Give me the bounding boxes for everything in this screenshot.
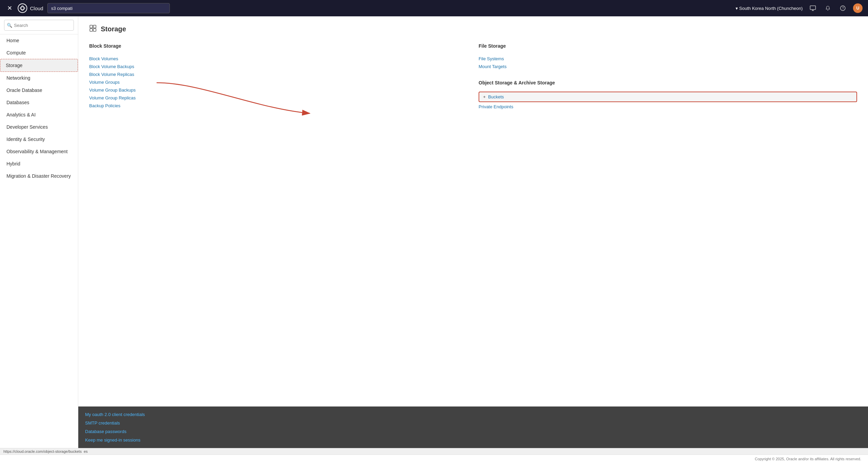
link-private-endpoints[interactable]: Private Endpoints (479, 103, 857, 111)
link-sessions[interactable]: Keep me signed-in sessions (85, 437, 861, 443)
link-file-systems[interactable]: File Systems (479, 55, 857, 63)
sidebar-item-developer-services[interactable]: Developer Services (0, 121, 78, 133)
bottom-panel: My oauth 2.0 client credentials SMTP cre… (78, 406, 868, 448)
sidebar-nav: Home Compute Storage Networking Oracle D… (0, 34, 78, 448)
main-content: Storage Block Storage Block Volumes Bloc… (78, 16, 868, 406)
topbar-right: ▾ South Korea North (Chuncheon) ? U (736, 3, 863, 13)
link-buckets[interactable]: Buckets (488, 94, 504, 99)
storage-grid: Block Storage Block Volumes Block Volume… (89, 43, 857, 111)
search-icon: 🔍 (7, 23, 12, 28)
sidebar-item-observability[interactable]: Observability & Management (0, 145, 78, 158)
link-buckets-highlighted[interactable]: ✦ Buckets (479, 92, 857, 102)
bell-icon[interactable] (823, 3, 833, 13)
logo-icon (18, 3, 27, 13)
url-suffix: es (84, 449, 88, 453)
region-text: South Korea North (Chuncheon) (739, 6, 803, 11)
url-text: https://cloud.oracle.com/object-storage/… (3, 449, 82, 453)
sidebar-item-migration[interactable]: Migration & Disaster Recovery (0, 170, 78, 182)
svg-rect-7 (90, 25, 93, 28)
object-storage-section: Object Storage & Archive Storage ✦ Bucke… (479, 80, 857, 111)
storage-icon (89, 25, 97, 34)
file-storage-title: File Storage (479, 43, 857, 50)
link-oauth[interactable]: My oauth 2.0 client credentials (85, 412, 861, 417)
link-volume-group-backups[interactable]: Volume Group Backups (89, 86, 468, 94)
sidebar-search-input[interactable] (4, 20, 74, 31)
sidebar-item-hybrid[interactable]: Hybrid (0, 158, 78, 170)
main-layout: 🔍 Home Compute Storage Networking Oracle… (0, 16, 868, 448)
block-storage-section: Block Storage Block Volumes Block Volume… (89, 43, 468, 111)
sidebar-search-wrapper: 🔍 (4, 20, 74, 31)
svg-rect-10 (93, 29, 96, 31)
sidebar-item-identity-security[interactable]: Identity & Security (0, 133, 78, 145)
svg-point-1 (21, 6, 24, 11)
pin-icon: ✦ (483, 95, 486, 99)
help-icon[interactable]: ? (838, 3, 848, 13)
sidebar-item-networking[interactable]: Networking (0, 72, 78, 84)
sidebar-item-databases[interactable]: Databases (0, 96, 78, 109)
close-button[interactable]: ✕ (5, 4, 14, 12)
sidebar-item-home[interactable]: Home (0, 34, 78, 47)
sidebar-search-box: 🔍 (0, 16, 78, 34)
sidebar-item-storage[interactable]: Storage (0, 59, 78, 72)
sidebar: 🔍 Home Compute Storage Networking Oracle… (0, 16, 78, 448)
url-bar: https://cloud.oracle.com/object-storage/… (0, 448, 868, 454)
link-db-passwords[interactable]: Database passwords (85, 429, 861, 434)
svg-point-0 (20, 7, 25, 10)
link-mount-targets[interactable]: Mount Targets (479, 63, 857, 70)
svg-rect-8 (93, 25, 96, 28)
link-smtp[interactable]: SMTP credentials (85, 420, 861, 426)
svg-rect-2 (810, 6, 816, 10)
topbar: ✕ Cloud ▾ South Korea North (Chuncheon) (0, 0, 868, 16)
sidebar-item-analytics-ai[interactable]: Analytics & AI (0, 109, 78, 121)
user-avatar[interactable]: U (853, 3, 863, 13)
link-volume-groups[interactable]: Volume Groups (89, 78, 468, 86)
svg-rect-9 (90, 29, 93, 31)
sidebar-item-compute[interactable]: Compute (0, 47, 78, 59)
link-backup-policies[interactable]: Backup Policies (89, 102, 468, 110)
page-header: Storage (89, 25, 857, 34)
link-block-volume-backups[interactable]: Block Volume Backups (89, 63, 468, 70)
logo-text: Cloud (30, 5, 43, 11)
link-volume-group-replicas[interactable]: Volume Group Replicas (89, 94, 468, 102)
topbar-search-input[interactable] (47, 3, 170, 13)
sidebar-item-oracle-database[interactable]: Oracle Database (0, 84, 78, 96)
footer: Copyright © 2025, Oracle and/or its affi… (0, 454, 868, 463)
link-block-volumes[interactable]: Block Volumes (89, 55, 468, 63)
page-title: Storage (101, 25, 126, 33)
monitor-icon[interactable] (808, 3, 818, 13)
right-storage-sections: File Storage File Systems Mount Targets … (479, 43, 857, 111)
logo: Cloud (18, 3, 43, 13)
link-block-volume-replicas[interactable]: Block Volume Replicas (89, 70, 468, 78)
chevron-down-icon: ▾ (736, 6, 738, 11)
file-storage-section: File Storage File Systems Mount Targets (479, 43, 857, 70)
footer-text: Copyright © 2025, Oracle and/or its affi… (755, 457, 861, 461)
object-storage-title: Object Storage & Archive Storage (479, 80, 857, 87)
block-storage-title: Block Storage (89, 43, 468, 50)
svg-text:?: ? (842, 6, 844, 10)
region-selector[interactable]: ▾ South Korea North (Chuncheon) (736, 6, 803, 11)
